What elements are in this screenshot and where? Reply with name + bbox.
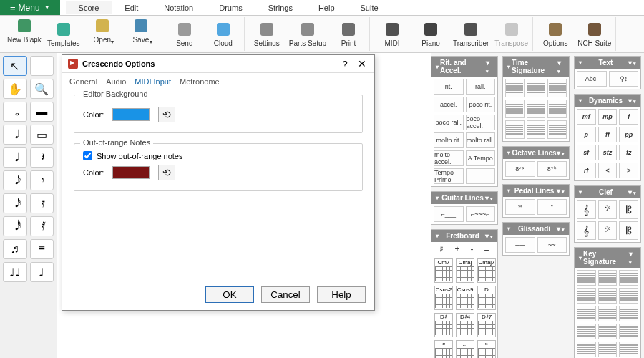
text-cell[interactable]: Abc| (577, 71, 607, 87)
chord-Csus9[interactable]: Csus9 (456, 286, 474, 310)
keysig-cell[interactable] (577, 288, 596, 304)
dyn-cell[interactable]: sf (577, 145, 596, 160)
ribbon-send[interactable]: Send (168, 17, 201, 51)
timesig-cell[interactable] (547, 100, 567, 118)
pedal-cell[interactable]: 𝆯 (537, 199, 567, 215)
ribbon-templates[interactable]: Templates (47, 17, 80, 51)
tool-3[interactable]: 🔍 (30, 79, 54, 99)
keysig-cell[interactable] (619, 306, 638, 321)
ribbon-nch-suite[interactable]: NCH Suite (577, 17, 611, 51)
ribbon-open[interactable]: Open (86, 17, 119, 51)
main-tab-edit[interactable]: Edit (112, 1, 151, 14)
keysig-cell[interactable] (577, 306, 596, 321)
panel-header-guitar[interactable]: Guitar Lines▾ (431, 192, 497, 204)
main-tab-drums[interactable]: Drums (206, 1, 255, 14)
rit-cell[interactable]: molto rit. (434, 132, 464, 148)
dialog-tab-metronome[interactable]: Metronome (180, 77, 220, 86)
chord-D♯7[interactable]: D♯7 (477, 313, 496, 337)
keysig-cell[interactable] (619, 342, 638, 357)
guitar-line-cell[interactable]: ⌐___ (434, 206, 464, 222)
timesig-cell[interactable] (547, 120, 567, 139)
clef-cell[interactable]: 𝄡 (619, 200, 638, 219)
dyn-cell[interactable]: p (577, 127, 596, 142)
help-button[interactable]: Help (317, 286, 366, 303)
main-tab-strings[interactable]: Strings (255, 1, 306, 14)
tool-11[interactable]: 𝄾 (30, 170, 54, 190)
keysig-cell[interactable] (577, 270, 596, 286)
ribbon-midi[interactable]: MIDI (376, 17, 409, 51)
keysig-cell[interactable] (577, 324, 596, 339)
timesig-cell[interactable] (547, 79, 567, 97)
tool-8[interactable]: 𝅘𝅥 (3, 147, 27, 168)
reset-oor-button[interactable]: ⟲ (158, 165, 175, 180)
timesig-cell[interactable] (505, 79, 525, 97)
clef-cell[interactable]: 𝄞 (577, 221, 596, 240)
chord-Cmaj[interactable]: Cmaj (456, 258, 474, 283)
ribbon-parts-setup[interactable]: Parts Setup (289, 17, 326, 51)
text-cell[interactable]: ⚲↕ (609, 71, 639, 87)
rit-cell[interactable] (466, 168, 496, 184)
guitar-line-cell[interactable]: ⌐~~~⌐ (466, 206, 496, 222)
rit-cell[interactable]: A Tempo (466, 150, 496, 166)
panel-header-dyn[interactable]: Dynamics▾ (575, 95, 640, 107)
main-tab-help[interactable]: Help (306, 1, 348, 14)
cancel-button[interactable]: Cancel (261, 286, 310, 303)
panel-header-keysig[interactable]: Key Signature▾ (575, 248, 640, 268)
ribbon-print[interactable]: Print (332, 17, 365, 51)
rit-cell[interactable]: molto accel. (434, 150, 464, 166)
dyn-cell[interactable]: > (619, 163, 638, 178)
ribbon-new-blank[interactable]: New Blank (7, 17, 42, 51)
dyn-cell[interactable]: sfz (598, 145, 618, 160)
rit-cell[interactable]: poco rit. (466, 97, 496, 112)
timesig-cell[interactable] (505, 120, 525, 139)
ribbon-transcriber[interactable]: Transcriber (453, 17, 489, 51)
color-swatch-oor[interactable] (112, 166, 150, 179)
dialog-close-icon[interactable]: ✕ (356, 58, 369, 69)
tool-5[interactable]: ▬ (30, 102, 54, 122)
tool-13[interactable]: 𝄿 (30, 193, 54, 213)
chord-Cmaj7[interactable]: Cmaj7 (477, 258, 496, 283)
dyn-cell[interactable]: < (598, 163, 618, 178)
tool-16[interactable]: ♬ (3, 239, 27, 259)
checkbox-show-oor[interactable]: Show out-of-range notes (83, 151, 353, 160)
panel-header-pedal[interactable]: Pedal Lines▾ (503, 185, 569, 197)
main-tab-suite[interactable]: Suite (348, 1, 391, 14)
panel-header-timesig[interactable]: Time Signature▾ (503, 57, 569, 77)
tool-12[interactable]: 𝅘𝅥𝅯 (3, 193, 27, 213)
chord-D[interactable]: D (477, 286, 496, 310)
clef-cell[interactable]: 𝄞 (577, 200, 596, 219)
reset-bg-button[interactable]: ⟲ (158, 107, 175, 122)
timesig-cell[interactable] (527, 120, 546, 139)
ribbon-settings[interactable]: Settings (250, 17, 283, 51)
chord-»[interactable]: » (477, 340, 496, 358)
dyn-cell[interactable]: fz (619, 145, 638, 160)
timesig-cell[interactable] (527, 100, 546, 118)
checkbox-input[interactable] (83, 151, 92, 160)
ribbon-save[interactable]: Save (125, 17, 157, 51)
fret-op[interactable]: + (454, 244, 459, 254)
dyn-cell[interactable]: pp (619, 127, 638, 142)
pedal-cell[interactable]: 𝆮 (505, 199, 535, 215)
chord-D♯[interactable]: D♯ (434, 313, 453, 337)
gliss-cell[interactable]: ~~ (537, 237, 567, 253)
panel-header-rit[interactable]: Rit. and Accel.▾ (431, 57, 497, 77)
ribbon-piano[interactable]: Piano (414, 17, 447, 51)
chord-«[interactable]: « (434, 340, 453, 358)
rit-cell[interactable]: poco rall. (434, 115, 464, 130)
keysig-cell[interactable] (619, 270, 638, 286)
dyn-cell[interactable]: ff (598, 127, 618, 142)
clef-cell[interactable]: 𝄢 (598, 221, 618, 240)
clef-cell[interactable]: 𝄢 (598, 200, 618, 219)
dyn-cell[interactable]: mp (598, 109, 618, 125)
keysig-cell[interactable] (598, 270, 618, 286)
chord-…[interactable]: … (456, 340, 474, 358)
rit-cell[interactable]: molto rall. (466, 132, 496, 148)
timesig-cell[interactable] (527, 79, 546, 97)
tool-19[interactable]: ♩ (30, 262, 54, 282)
tool-17[interactable]: ≡ (30, 239, 54, 259)
rit-cell[interactable]: Tempo Primo (434, 168, 464, 184)
tool-6[interactable]: 𝅗𝅥 (3, 125, 27, 145)
clef-cell[interactable]: 𝄡 (619, 221, 638, 240)
dialog-tab-midi-input[interactable]: MIDI Input (135, 77, 171, 86)
chord-Cm7[interactable]: Cm7 (434, 258, 453, 283)
